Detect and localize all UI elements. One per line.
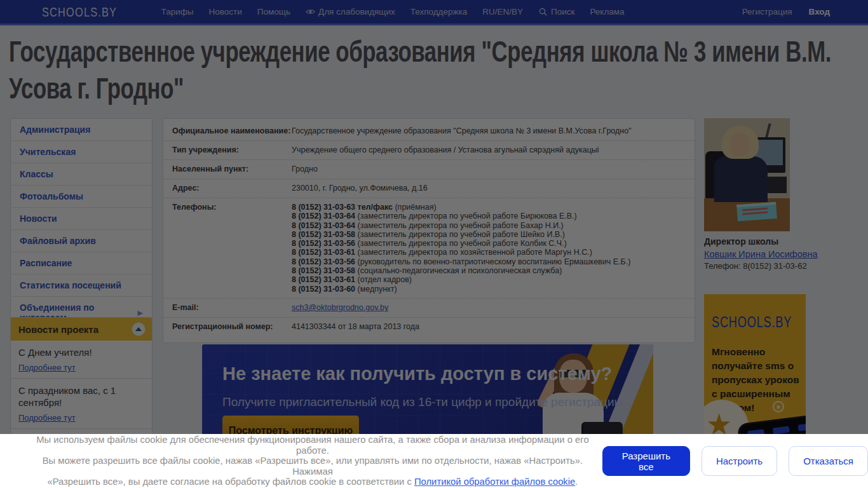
cookie-message-period: . [575, 477, 578, 487]
chevron-right-icon: ▶ [138, 309, 143, 317]
phone-number: 8 (0152) 31-03-56 [292, 257, 355, 266]
director-role-label: Директор школы [704, 236, 778, 247]
info-row-email: E-mail: sch3@oktobrgrodno.gov.by [163, 298, 695, 317]
project-news-title: Новости проекта [18, 324, 98, 335]
cookie-message-line2: Вы можете разрешить все файлы cookie, на… [43, 456, 583, 477]
nav-language-switcher[interactable]: RU/EN/BY [482, 7, 523, 17]
info-row-value: Гродно [292, 165, 695, 174]
info-row-label: Тип учреждения: [163, 146, 292, 155]
school-info-table: Официальное наименование: Государственно… [163, 118, 695, 343]
phone-line: 8 (0152) 31-03-61 (отдел кадров) [292, 275, 686, 284]
info-row-value: 4141303344 от 18 марта 2013 года [292, 322, 695, 332]
cookie-message-line1: Мы используем файлы cookie для обеспечен… [36, 435, 588, 456]
banner-subtitle: Получите пригласительный код из 16-ти ци… [222, 395, 623, 409]
sidebar-menu-item-label: Расписание [20, 258, 72, 268]
nav-visually-impaired[interactable]: Для слабовидящих [306, 7, 395, 17]
sidebar-menu-item[interactable]: Файловый архив ▶ [11, 229, 152, 252]
star-outline-icon: ★ [773, 401, 784, 412]
cookie-actions: Разрешить все Настроить Отказаться [602, 446, 868, 476]
info-row-label: Официальное наименование: [163, 126, 292, 136]
phone-note: (заместитель директора по хозяйственной … [358, 248, 592, 257]
director-phone: Телефон: 8(0152) 31-03-62 [704, 261, 807, 271]
phone-note: (заместитель директора по учебной работе… [358, 212, 577, 220]
info-row-phones: Телефоны: 8 (0152) 31-03-63 тел/факс (пр… [163, 198, 695, 298]
phone-number: 8 (0152) 31-03-61 [292, 275, 355, 284]
phone-note: (заместитель директора по учебной работе… [358, 230, 565, 239]
phone-note: (медпункт) [358, 285, 397, 294]
news-item-title: С праздником вас, с 1 сентября! [18, 384, 144, 409]
info-row-label: Адрес: [163, 184, 292, 193]
info-row-label: Населенный пункт: [163, 165, 292, 174]
collapse-button[interactable] [132, 322, 146, 336]
news-more-link[interactable]: Подробнее тут [18, 413, 76, 423]
sidebar-menu-item-label: Фотоальбомы [20, 191, 83, 201]
auth-links: Регистрация Вход [742, 7, 830, 17]
ad-logo-text: SCHOOLS.BY [712, 313, 792, 331]
nav-search[interactable]: Поиск [538, 7, 574, 17]
info-row-value: 230010, г. Гродно, ул.Фомичева, д.16 [292, 184, 695, 193]
nav-support[interactable]: Техподдержка [410, 7, 467, 17]
nav-news[interactable]: Новости [209, 7, 242, 17]
sidebar-menu-item[interactable]: Администрация ▶ [11, 119, 152, 140]
search-icon [538, 7, 548, 17]
sidebar-menu: Администрация ▶ Учительская ▶ Классы ▶ Ф… [10, 118, 153, 329]
info-row-value: Учреждение общего среднего образования /… [292, 146, 695, 155]
sidebar-menu-item[interactable]: Учительская ▶ [11, 140, 152, 163]
site-logo-text: SCHOOLS.BY [42, 4, 117, 20]
news-item: С праздником вас, с 1 сентября! Подробне… [11, 378, 152, 428]
phone-note: (руководитель по военно-патриотическому … [358, 257, 631, 266]
sidebar-menu-item-label: Учительская [20, 147, 76, 157]
info-row-label: Регистрационный номер: [163, 322, 292, 332]
cookie-message-line3: «Разрешить все», вы даете согласие на об… [47, 477, 414, 487]
phone-line: 8 (0152) 31-03-61 (заместитель директора… [292, 248, 686, 257]
project-news-header: Новости проекта [11, 318, 152, 341]
news-item: С Днем учителя! Подробнее тут [11, 341, 152, 378]
nav-tariffs[interactable]: Тарифы [161, 7, 194, 17]
nav-help[interactable]: Помощь [257, 7, 290, 17]
news-item-title: С Днем учителя! [18, 346, 144, 358]
phones-list: 8 (0152) 31-03-63 тел/факс (приёмная) 8 … [292, 203, 695, 294]
page-title-wrap: Государственное учреждение образования "… [9, 33, 863, 113]
info-row: Населенный пункт: Гродно [163, 159, 695, 179]
decline-cookies-button[interactable]: Отказаться [789, 446, 868, 476]
phone-line: 8 (0152) 31-03-64 (заместитель директора… [292, 212, 686, 220]
registration-link[interactable]: Регистрация [742, 7, 792, 17]
site-logo[interactable]: SCHOOLS.BY [42, 4, 139, 20]
banner-title: Не знаете как получить доступ в систему? [222, 363, 612, 384]
news-more-link[interactable]: Подробнее тут [18, 363, 76, 372]
director-name-link[interactable]: Ковшик Ирина Иосифовна [704, 249, 818, 259]
phone-line: 8 (0152) 31-03-58 (социально-педагогичес… [292, 266, 686, 275]
phone-line: 8 (0152) 31-03-56 (заместитель директора… [292, 239, 686, 248]
info-row-regnumber: Регистрационный номер: 4141303344 от 18 … [163, 317, 695, 336]
sidebar-menu-item-label: Классы [20, 169, 53, 179]
director-photo [704, 118, 790, 231]
cookie-policy-link[interactable]: Политикой обработки файлов cookie [414, 477, 575, 487]
phone-number: 8 (0152) 31-03-64 [292, 221, 355, 230]
nav-ads[interactable]: Реклама [590, 7, 624, 17]
allow-all-cookies-button[interactable]: Разрешить все [602, 446, 690, 476]
phone-line: 8 (0152) 31-03-58 (заместитель директора… [292, 230, 686, 239]
phone-number: 8 (0152) 31-03-56 [292, 239, 355, 248]
email-link[interactable]: sch3@oktobrgrodno.gov.by [292, 303, 388, 312]
eye-icon [306, 7, 315, 17]
top-nav: Тарифы Новости Помощь Для слабовидящих Т… [161, 7, 625, 17]
nav-visually-impaired-label: Для слабовидящих [318, 7, 395, 17]
sidebar-menu-item[interactable]: Классы ▶ [11, 163, 152, 185]
sidebar-menu-item[interactable]: Новости ▶ [11, 207, 152, 229]
configure-cookies-button[interactable]: Настроить [702, 446, 777, 476]
phone-line: 8 (0152) 31-03-64 (заместитель директора… [292, 221, 686, 230]
sidebar-menu-item[interactable]: Статистика посещений ▶ [11, 274, 152, 296]
phone-number: 8 (0152) 31-03-60 [292, 285, 355, 294]
info-row-label: E-mail: [163, 303, 292, 313]
phone-line: 8 (0152) 31-03-56 (руководитель по военн… [292, 257, 686, 266]
sidebar-menu-item[interactable]: Расписание ▶ [11, 252, 152, 274]
sidebar-menu-item[interactable]: Фотоальбомы ▶ [11, 185, 152, 207]
info-row-value: Государственное учреждение образования "… [292, 126, 695, 136]
info-row: Официальное наименование: Государственно… [163, 122, 695, 140]
phone-note: (приёмная) [395, 203, 436, 212]
info-row-label: Телефоны: [163, 203, 292, 294]
nav-search-label: Поиск [551, 7, 574, 17]
login-link[interactable]: Вход [809, 7, 830, 17]
phone-note: (заместитель директора по учебной работе… [358, 239, 567, 248]
sidebar-menu-item-label: Статистика посещений [20, 280, 121, 290]
